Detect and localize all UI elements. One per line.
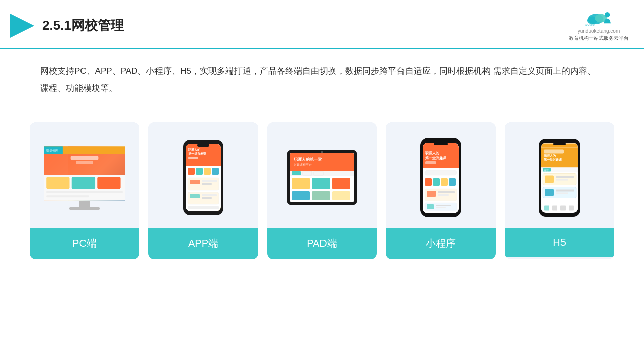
pad-card: 职涯人的第一堂 兴趣课程平台: [267, 122, 377, 259]
device-cards-container: 课堂管理: [0, 107, 644, 269]
app-phone-mockup: 职涯人的 第一堂兴趣课: [183, 140, 223, 215]
svg-rect-48: [312, 191, 330, 200]
logo-area: 云朵课堂 yunduoketang.com 教育机构一站式服务云平台: [569, 9, 629, 42]
svg-rect-64: [438, 194, 449, 196]
pad-mockup: 职涯人的第一堂 兴趣课程平台: [287, 150, 357, 205]
svg-rect-60: [449, 178, 456, 186]
svg-text:兴趣课程平台: 兴趣课程平台: [294, 163, 312, 166]
svg-text:推荐: 推荐: [544, 168, 549, 171]
h5-phone-mockup: 职涯人的 第一堂兴趣课 推荐: [539, 139, 580, 217]
svg-rect-30: [202, 183, 212, 185]
svg-rect-41: [292, 171, 301, 175]
svg-rect-46: [332, 178, 350, 189]
svg-rect-55: [425, 161, 436, 164]
svg-rect-23: [188, 168, 195, 175]
svg-rect-72: [544, 149, 564, 153]
logo-url: yunduoketang.com: [578, 28, 620, 34]
svg-rect-78: [552, 168, 559, 171]
h5-card: 职涯人的 第一堂兴趣课 推荐: [505, 122, 614, 259]
svg-rect-26: [212, 168, 219, 175]
svg-rect-79: [560, 168, 568, 171]
svg-rect-66: [427, 204, 434, 209]
svg-rect-13: [46, 177, 69, 189]
svg-rect-56: [425, 170, 457, 175]
svg-rect-68: [436, 207, 446, 208]
pad-image-area: 职涯人的第一堂 兴趣课程平台: [267, 122, 377, 228]
svg-text:课堂管理: 课堂管理: [46, 148, 58, 152]
svg-rect-43: [314, 171, 323, 175]
svg-rect-10: [71, 156, 99, 160]
pc-mockup: 课堂管理: [44, 146, 125, 210]
svg-text:第一堂兴趣课: 第一堂兴趣课: [544, 157, 562, 161]
miniprogram-image-area: 职涯人的 第一堂兴趣课: [386, 122, 496, 228]
svg-text:职涯人的: 职涯人的: [188, 148, 200, 151]
h5-label: H5: [505, 228, 614, 257]
svg-rect-29: [202, 180, 217, 182]
logo-slogan: 教育机构一站式服务云平台: [569, 35, 629, 42]
description-text: 网校支持PC、APP、PAD、小程序、H5，实现多端打通，产品各终端自由切换，数…: [0, 49, 644, 102]
svg-rect-16: [46, 191, 123, 193]
svg-rect-14: [72, 177, 95, 189]
pc-label: PC端: [30, 228, 139, 259]
svg-rect-87: [556, 192, 568, 194]
svg-rect-86: [556, 189, 574, 191]
svg-rect-44: [292, 178, 310, 189]
pc-screen: 课堂管理: [44, 146, 125, 201]
svg-text:云朵课堂: 云朵课堂: [585, 23, 595, 26]
pc-image-area: 课堂管理: [30, 122, 139, 228]
miniprogram-phone-mockup: 职涯人的 第一堂兴趣课: [420, 138, 461, 217]
svg-rect-62: [427, 191, 436, 197]
svg-rect-49: [332, 191, 350, 200]
svg-rect-24: [196, 168, 203, 175]
yunduoketang-logo: 云朵课堂: [584, 9, 614, 27]
svg-rect-82: [556, 176, 574, 178]
h5-image-area: 职涯人的 第一堂兴趣课 推荐: [505, 122, 614, 228]
svg-rect-35: [188, 206, 219, 209]
svg-rect-58: [433, 178, 440, 186]
svg-rect-34: [202, 197, 212, 199]
svg-rect-42: [303, 171, 312, 175]
pc-card: 课堂管理: [30, 122, 139, 259]
play-icon: [10, 14, 34, 38]
header-left: 2.5.1网校管理: [10, 14, 124, 38]
svg-rect-90: [552, 205, 557, 210]
svg-rect-37: [290, 153, 354, 171]
app-card: 职涯人的 第一堂兴趣课: [148, 122, 258, 259]
svg-rect-89: [544, 205, 549, 210]
miniprogram-label: 小程序: [386, 228, 496, 259]
svg-rect-67: [436, 205, 451, 206]
svg-text:职涯人的第一堂: 职涯人的第一堂: [293, 157, 323, 162]
svg-rect-83: [556, 179, 568, 180]
miniprogram-card: 职涯人的 第一堂兴趣课: [386, 122, 496, 259]
svg-rect-47: [292, 191, 310, 200]
svg-text:第一堂兴趣课: 第一堂兴趣课: [188, 152, 207, 155]
svg-rect-11: [76, 161, 93, 163]
svg-rect-81: [545, 175, 554, 183]
svg-rect-15: [97, 177, 120, 189]
app-label: APP端: [148, 228, 258, 259]
svg-marker-0: [10, 14, 34, 38]
svg-rect-28: [190, 180, 200, 184]
svg-rect-45: [312, 178, 330, 189]
page-title: 2.5.1网校管理: [42, 17, 124, 34]
page-header: 2.5.1网校管理 云朵课堂 yunduoketang.com 教育机构一站式服…: [0, 0, 644, 49]
svg-rect-57: [425, 178, 432, 186]
svg-text:第一堂兴趣课: 第一堂兴趣课: [425, 156, 447, 160]
app-image-area: 职涯人的 第一堂兴趣课: [148, 122, 258, 228]
svg-rect-91: [560, 205, 566, 210]
svg-rect-32: [190, 194, 200, 198]
svg-rect-33: [202, 194, 217, 196]
svg-point-4: [605, 12, 610, 17]
svg-rect-17: [46, 195, 89, 197]
pad-label: PAD端: [267, 228, 377, 259]
svg-rect-59: [441, 178, 448, 186]
svg-rect-25: [204, 168, 211, 175]
svg-rect-63: [438, 191, 455, 193]
svg-text:职涯人的: 职涯人的: [543, 153, 556, 157]
svg-text:职涯人的: 职涯人的: [425, 151, 439, 155]
svg-rect-22: [188, 157, 198, 159]
svg-rect-85: [545, 189, 554, 196]
svg-rect-92: [569, 205, 574, 210]
